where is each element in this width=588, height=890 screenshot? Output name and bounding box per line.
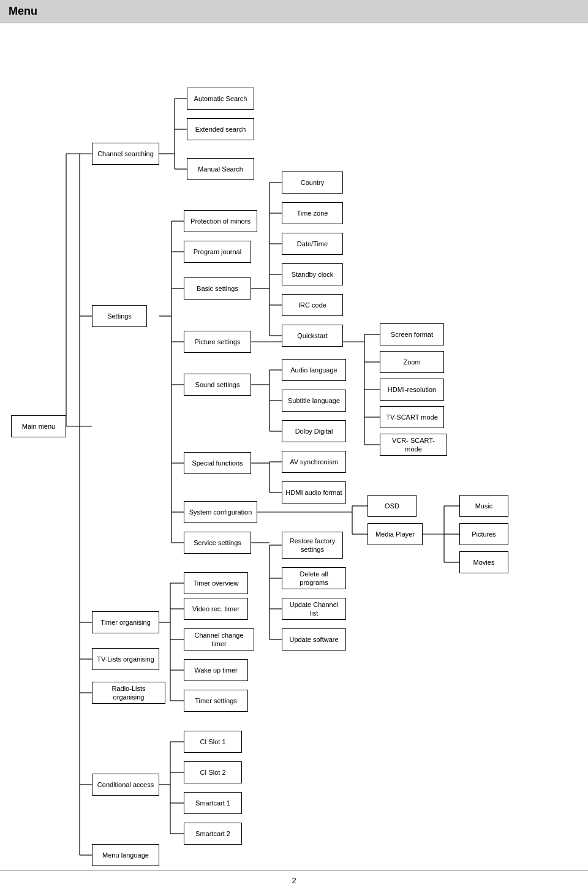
node-protection-of-minors: Protection of minors <box>184 210 257 232</box>
node-channel-change-timer: Channel change timer <box>184 628 254 651</box>
node-pictures: Pictures <box>459 523 508 545</box>
node-sound-settings: Sound settings <box>184 374 251 396</box>
node-movies: Movies <box>459 551 508 573</box>
node-tv-lists-organising: TV-Lists organising <box>92 648 159 670</box>
node-smartcart-2: Smartcart 2 <box>184 823 242 845</box>
page-footer: 2 <box>0 870 588 890</box>
node-av-synchronism: AV synchronism <box>282 451 346 473</box>
node-extended-search: Extended search <box>187 118 254 140</box>
node-main-menu: Main menu <box>11 415 66 437</box>
node-menu-language: Menu language <box>92 844 159 866</box>
node-basic-settings: Basic settings <box>184 277 251 300</box>
node-update-software: Update software <box>282 628 346 651</box>
node-media-player: Media Player <box>368 523 423 545</box>
node-restore-factory: Restore factory settings <box>282 532 343 559</box>
node-channel-searching: Channel searching <box>92 143 159 165</box>
node-screen-format: Screen format <box>380 323 444 345</box>
node-manual-search: Manual Search <box>187 158 254 180</box>
connector-lines <box>0 23 588 875</box>
header-title: Menu <box>9 5 37 17</box>
node-vcr-scart-mode: VCR- SCART- mode <box>380 434 447 456</box>
page-number: 2 <box>292 876 296 885</box>
node-timer-settings: Timer settings <box>184 690 248 712</box>
node-music: Music <box>459 495 508 517</box>
node-dolby-digital: Dolby Digital <box>282 420 346 442</box>
node-standby-clock: Standby clock <box>282 263 343 285</box>
node-ci-slot-1: CI Slot 1 <box>184 731 242 753</box>
node-settings: Settings <box>92 305 147 327</box>
diagram-area: Main menu Channel searching Automatic Se… <box>0 23 588 875</box>
node-subtitle-language: Subtitle language <box>282 390 346 412</box>
node-audio-language: Audio language <box>282 359 346 381</box>
node-hdmi-resolution: HDMI-resolution <box>380 379 444 401</box>
node-update-channel-list: Update Channel list <box>282 598 346 620</box>
node-video-rec-timer: Video rec. timer <box>184 598 248 620</box>
node-conditional-access: Conditional access <box>92 774 159 796</box>
node-service-settings: Service settings <box>184 532 251 554</box>
node-hdmi-audio-format: HDMI audio format <box>282 481 346 503</box>
node-radio-lists-organising: Radio-Lists organising <box>92 682 165 704</box>
node-special-functions: Special functions <box>184 452 251 474</box>
node-timer-overview: Timer overview <box>184 572 248 594</box>
node-automatic-search: Automatic Search <box>187 88 254 110</box>
node-tv-scart-mode: TV-SCART mode <box>380 406 444 428</box>
node-wake-up-timer: Wake up timer <box>184 659 248 681</box>
node-timer-organising: Timer organising <box>92 611 159 633</box>
node-zoom: Zoom <box>380 351 444 373</box>
node-smartcart-1: Smartcart 1 <box>184 792 242 814</box>
node-time-zone: Time zone <box>282 202 343 224</box>
node-ci-slot-2: CI Slot 2 <box>184 761 242 783</box>
node-date-time: Date/Time <box>282 233 343 255</box>
node-delete-all-programs: Delete all programs <box>282 567 346 589</box>
node-program-journal: Program journal <box>184 241 251 263</box>
node-country: Country <box>282 172 343 194</box>
page-header: Menu <box>0 0 588 23</box>
node-irc-code: IRC code <box>282 294 343 316</box>
node-system-configuration: System configuration <box>184 501 257 523</box>
node-quickstart: Quickstart <box>282 325 343 347</box>
node-picture-settings: Picture settings <box>184 331 251 353</box>
node-osd: OSD <box>368 495 417 517</box>
